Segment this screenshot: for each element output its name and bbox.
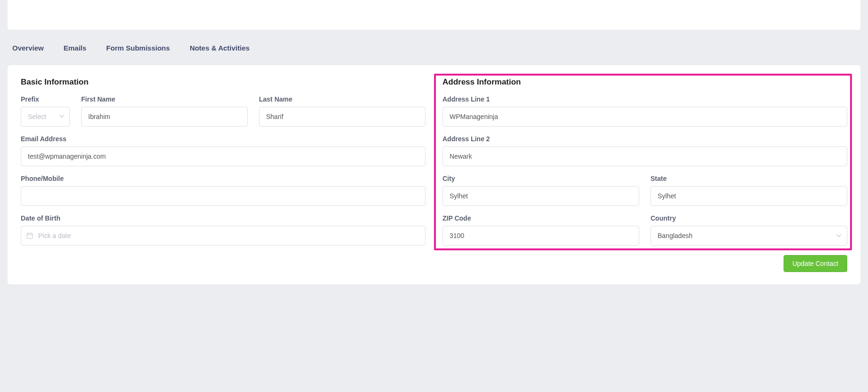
chevron-down-icon bbox=[836, 232, 841, 239]
country-select[interactable]: Bangladesh bbox=[651, 226, 847, 246]
basic-info-section: Basic Information Prefix Select First Na… bbox=[21, 77, 426, 246]
tab-form-submissions[interactable]: Form Submissions bbox=[106, 44, 170, 52]
last-name-label: Last Name bbox=[259, 95, 426, 103]
city-input[interactable] bbox=[442, 186, 639, 206]
email-input[interactable] bbox=[21, 146, 426, 166]
prefix-select[interactable]: Select bbox=[21, 107, 70, 127]
basic-info-title: Basic Information bbox=[21, 77, 426, 87]
email-label: Email Address bbox=[21, 135, 426, 143]
top-blank-area bbox=[8, 0, 860, 30]
address-line2-label: Address Line 2 bbox=[442, 135, 847, 143]
last-name-input[interactable] bbox=[259, 107, 426, 127]
phone-label: Phone/Mobile bbox=[21, 175, 426, 182]
first-name-label: First Name bbox=[81, 95, 248, 103]
contact-panel: Basic Information Prefix Select First Na… bbox=[8, 65, 860, 284]
country-label: Country bbox=[651, 214, 847, 222]
tabs-nav: Overview Emails Form Submissions Notes &… bbox=[0, 30, 868, 59]
zip-label: ZIP Code bbox=[442, 214, 639, 222]
address-info-title: Address Information bbox=[442, 77, 847, 87]
zip-input[interactable] bbox=[442, 226, 639, 246]
state-label: State bbox=[651, 175, 847, 182]
dob-label: Date of Birth bbox=[21, 214, 426, 222]
tab-overview[interactable]: Overview bbox=[12, 44, 44, 52]
first-name-input[interactable] bbox=[81, 107, 248, 127]
address-line1-label: Address Line 1 bbox=[442, 95, 847, 103]
prefix-label: Prefix bbox=[21, 95, 70, 103]
address-line2-input[interactable] bbox=[442, 146, 847, 166]
tab-notes-activities[interactable]: Notes & Activities bbox=[190, 44, 250, 52]
address-info-section: Address Information Address Line 1 Addre… bbox=[442, 77, 847, 246]
country-value: Bangladesh bbox=[658, 232, 693, 239]
address-line1-input[interactable] bbox=[442, 107, 847, 127]
state-input[interactable] bbox=[651, 186, 847, 206]
dob-input[interactable] bbox=[21, 226, 426, 246]
tab-emails[interactable]: Emails bbox=[64, 44, 86, 52]
phone-input[interactable] bbox=[21, 186, 426, 206]
city-label: City bbox=[442, 175, 639, 182]
update-contact-button[interactable]: Update Contact bbox=[784, 255, 847, 272]
